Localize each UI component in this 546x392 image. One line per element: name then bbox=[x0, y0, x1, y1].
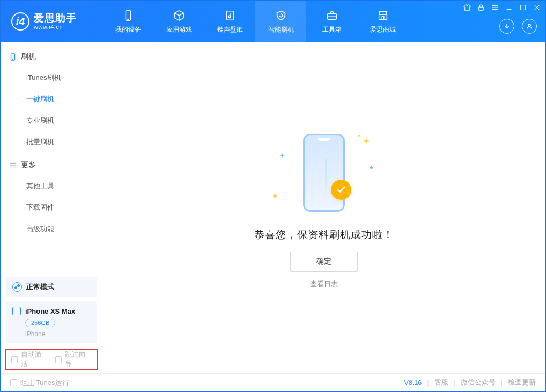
svg-rect-12 bbox=[521, 5, 526, 10]
sidebar-group-title: 更多 bbox=[21, 160, 36, 170]
sidebar-item-download-firmware[interactable]: 下载固件 bbox=[1, 197, 102, 218]
nav-store[interactable]: 爱思商城 bbox=[357, 1, 408, 42]
sparkle-icon bbox=[279, 152, 285, 157]
checkbox-icon bbox=[11, 356, 18, 363]
checkbox-icon bbox=[10, 379, 17, 386]
success-message: 恭喜您，保资料刷机成功啦！ bbox=[254, 228, 394, 242]
sidebar-item-pro-flash[interactable]: 专业刷机 bbox=[1, 110, 102, 131]
nav-label: 我的设备 bbox=[115, 25, 141, 34]
support-link[interactable]: 客服 bbox=[434, 378, 448, 387]
success-illustration bbox=[262, 127, 386, 218]
sidebar: 刷机 iTunes刷机 一键刷机 专业刷机 批量刷机 更多 其他工具 下载固件 … bbox=[1, 42, 102, 373]
svg-rect-3 bbox=[327, 13, 336, 19]
sidebar-group-title: 刷机 bbox=[21, 52, 36, 62]
sidebar-group-more[interactable]: 更多 bbox=[1, 153, 102, 175]
sidebar-item-batch-flash[interactable]: 批量刷机 bbox=[1, 131, 102, 153]
cube-icon bbox=[173, 9, 186, 22]
header: i4 爱思助手 www.i4.cn 我的设备 应用游戏 bbox=[1, 1, 545, 42]
view-log-link[interactable]: 查看日志 bbox=[310, 279, 338, 289]
brand: i4 爱思助手 www.i4.cn bbox=[1, 1, 102, 42]
storage-badge: 256GB bbox=[25, 319, 55, 327]
main-content: 恭喜您，保资料刷机成功啦！ 确定 查看日志 bbox=[102, 42, 545, 373]
shop-icon bbox=[377, 9, 389, 22]
svg-rect-2 bbox=[226, 11, 233, 20]
block-itunes-label: 阻止iTunes运行 bbox=[20, 378, 69, 388]
svg-point-15 bbox=[528, 24, 530, 26]
highlighted-options: 自动激活 跳过向导 bbox=[5, 349, 98, 370]
device-icon bbox=[122, 9, 135, 22]
nav-ringtone-wallpaper[interactable]: 铃声壁纸 bbox=[204, 1, 255, 42]
mode-label: 正常模式 bbox=[26, 282, 54, 292]
sidebar-bottom: 正常模式 iPhone XS Max 256GB iPhone bbox=[1, 271, 102, 349]
phone-illustration-icon bbox=[303, 134, 345, 212]
music-file-icon bbox=[224, 9, 237, 22]
nav-smart-flash[interactable]: 智能刷机 bbox=[255, 1, 306, 42]
nav-label: 铃声壁纸 bbox=[217, 25, 243, 34]
brand-logo-icon: i4 bbox=[11, 12, 29, 31]
nav-apps-games[interactable]: 应用游戏 bbox=[153, 1, 204, 42]
menu-icon[interactable] bbox=[491, 4, 499, 13]
brand-title: 爱思助手 bbox=[34, 13, 77, 24]
svg-rect-6 bbox=[382, 16, 384, 19]
check-update-link[interactable]: 检查更新 bbox=[508, 378, 536, 387]
svg-rect-0 bbox=[126, 10, 130, 20]
sidebar-item-other-tools[interactable]: 其他工具 bbox=[1, 175, 102, 197]
sidebar-item-itunes-flash[interactable]: iTunes刷机 bbox=[1, 67, 102, 88]
nav-label: 应用游戏 bbox=[166, 25, 192, 34]
dot-icon bbox=[273, 194, 277, 198]
mode-icon bbox=[12, 282, 22, 292]
version-label: V8.16 bbox=[404, 379, 422, 387]
nav-label: 爱思商城 bbox=[370, 25, 396, 34]
nav-label: 工具箱 bbox=[322, 25, 342, 34]
dot-icon bbox=[370, 166, 373, 169]
sparkle-icon bbox=[363, 138, 370, 144]
app-window: i4 爱思助手 www.i4.cn 我的设备 应用游戏 bbox=[0, 0, 546, 392]
nav-label: 智能刷机 bbox=[268, 25, 294, 34]
refresh-shield-icon bbox=[275, 9, 287, 22]
device-card[interactable]: iPhone XS Max 256GB iPhone bbox=[6, 301, 97, 343]
titlebar-controls bbox=[463, 4, 541, 13]
minimize-button[interactable] bbox=[505, 4, 513, 13]
mode-card[interactable]: 正常模式 bbox=[6, 277, 97, 297]
body: 刷机 iTunes刷机 一键刷机 专业刷机 批量刷机 更多 其他工具 下载固件 … bbox=[1, 42, 545, 373]
svg-rect-7 bbox=[479, 7, 484, 10]
close-button[interactable] bbox=[533, 4, 541, 13]
ok-button[interactable]: 确定 bbox=[290, 252, 358, 272]
brand-subtitle: www.i4.cn bbox=[34, 24, 77, 30]
block-itunes-checkbox[interactable]: 阻止iTunes运行 bbox=[10, 378, 69, 388]
sidebar-group-flash[interactable]: 刷机 bbox=[1, 45, 102, 67]
list-icon bbox=[9, 161, 17, 169]
lock-icon[interactable] bbox=[477, 4, 485, 13]
check-success-icon bbox=[331, 180, 351, 200]
nav-my-device[interactable]: 我的设备 bbox=[102, 1, 153, 42]
user-icon[interactable] bbox=[522, 19, 537, 34]
device-phone-icon bbox=[12, 307, 21, 315]
auto-activate-checkbox[interactable]: 自动激活 bbox=[11, 350, 48, 369]
svg-rect-5 bbox=[379, 14, 387, 19]
download-icon[interactable] bbox=[499, 19, 514, 34]
maximize-button[interactable] bbox=[519, 4, 527, 13]
header-right-icons bbox=[499, 19, 537, 34]
sidebar-item-advanced[interactable]: 高级功能 bbox=[1, 218, 102, 240]
skip-guide-checkbox[interactable]: 跳过向导 bbox=[55, 350, 92, 369]
auto-activate-label: 自动激活 bbox=[21, 350, 47, 369]
wechat-link[interactable]: 微信公众号 bbox=[461, 378, 496, 387]
nav-toolbox[interactable]: 工具箱 bbox=[306, 1, 357, 42]
sidebar-item-one-click-flash[interactable]: 一键刷机 bbox=[1, 88, 102, 110]
device-name: iPhone XS Max bbox=[25, 307, 75, 315]
checkbox-icon bbox=[55, 356, 62, 363]
skip-guide-label: 跳过向导 bbox=[65, 350, 91, 369]
briefcase-icon bbox=[326, 9, 338, 22]
phone-icon bbox=[9, 53, 17, 61]
status-bar: 阻止iTunes运行 V8.16 | 客服 | 微信公众号 | 检查更新 bbox=[1, 373, 545, 391]
device-type: iPhone bbox=[12, 330, 90, 338]
dot-icon bbox=[358, 135, 360, 137]
tshirt-icon[interactable] bbox=[463, 4, 471, 13]
